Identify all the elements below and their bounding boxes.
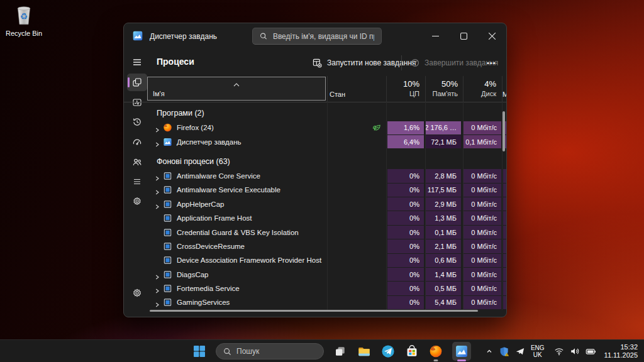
process-row[interactable]: Fortemedia Service0%0,5 МБ0 Мбіт/с xyxy=(124,282,506,295)
disk-total-percent: 4% xyxy=(463,79,496,89)
vertical-scrollbar[interactable] xyxy=(502,111,505,151)
tray-time: 15:32 xyxy=(604,343,638,351)
taskbar-search-placeholder: Пошук xyxy=(236,347,259,356)
active-indicator xyxy=(457,359,466,361)
generic-icon xyxy=(163,228,172,237)
network-cell-partial xyxy=(503,211,506,224)
process-row[interactable]: CrossDeviceResume0%2,1 МБ0 Мбіт/с xyxy=(124,239,506,253)
cpu-cell: 0% xyxy=(387,169,424,182)
telegram-icon[interactable] xyxy=(380,340,396,362)
firefox-icon[interactable] xyxy=(428,340,443,362)
running-indicator xyxy=(434,359,438,361)
expand-chevron-icon[interactable] xyxy=(154,173,160,179)
cpu-label: ЦП xyxy=(386,89,419,98)
minimize-button[interactable] xyxy=(421,23,450,48)
disk-cell: 0 Мбіт/с xyxy=(464,169,501,182)
column-header-name[interactable]: Ім'я xyxy=(147,77,326,101)
recycle-bin-label: Recycle Bin xyxy=(4,30,44,37)
file-explorer-icon[interactable] xyxy=(357,340,372,362)
language-indicator[interactable]: ENG UK xyxy=(531,344,545,358)
search-icon xyxy=(223,348,231,356)
process-row[interactable]: Device Association Framework Provider Ho… xyxy=(124,253,506,267)
process-group-header[interactable]: Програми (2) xyxy=(124,106,506,121)
process-row[interactable]: Antimalware Core Service0%2,8 МБ0 Мбіт/с xyxy=(124,169,506,183)
task-view-icon[interactable] xyxy=(333,340,348,362)
memory-cell: 5,4 МБ xyxy=(426,296,461,309)
expand-chevron-icon[interactable] xyxy=(154,272,160,278)
generic-icon xyxy=(163,298,172,307)
disk-cell: 0 Мбіт/с xyxy=(464,211,501,224)
more-options-button[interactable]: ••• xyxy=(483,54,500,72)
process-row[interactable]: GamingServices0%5,4 МБ0 Мбіт/с xyxy=(124,295,506,309)
expand-chevron-icon[interactable] xyxy=(154,187,160,193)
generic-icon xyxy=(163,270,172,279)
cpu-cell: 0% xyxy=(387,296,424,309)
column-header-cpu[interactable]: 10% ЦП xyxy=(386,79,419,98)
firefox-icon xyxy=(163,123,172,133)
expand-chevron-icon[interactable] xyxy=(154,299,160,305)
svg-text:♻: ♻ xyxy=(20,12,28,21)
expand-chevron-icon[interactable] xyxy=(154,285,160,292)
column-header-row: Ім'я Стан 10% ЦП 50% Пам'ять 4% Диск М xyxy=(124,76,506,102)
column-header-disk[interactable]: 4% Диск xyxy=(463,79,496,98)
cpu-total-percent: 10% xyxy=(386,79,419,89)
expand-chevron-icon[interactable] xyxy=(154,201,160,207)
column-name-label: Ім'я xyxy=(153,90,165,97)
recycle-bin-glyph: ♻ xyxy=(13,4,35,26)
disk-cell: 0 Мбіт/с xyxy=(464,268,501,281)
generic-icon xyxy=(163,199,172,209)
process-row[interactable]: Antimalware Service Executable0%117,5 МБ… xyxy=(124,183,506,197)
process-name: CrossDeviceResume xyxy=(177,243,245,250)
wifi-icon[interactable] xyxy=(554,346,564,356)
task-manager-logo-icon xyxy=(132,30,143,41)
column-header-status[interactable]: Стан xyxy=(330,90,345,98)
process-row[interactable]: AppHelperCap0%2,9 МБ0 Мбіт/с xyxy=(124,197,506,211)
disk-cell: 0,1 Мбіт/с xyxy=(464,135,501,148)
cpu-cell: 0% xyxy=(387,197,424,211)
menu-icon[interactable] xyxy=(127,53,147,71)
close-button[interactable] xyxy=(478,23,506,48)
taskbar-search-input[interactable]: Пошук xyxy=(216,343,324,359)
disk-cell: 0 Мбіт/с xyxy=(464,239,501,253)
network-cell-partial xyxy=(503,226,506,239)
memory-cell: 1,3 МБ xyxy=(426,211,461,224)
tray-telegram-icon[interactable] xyxy=(515,346,525,356)
horizontal-scrollbar[interactable] xyxy=(150,310,478,312)
maximize-button[interactable] xyxy=(450,23,478,48)
process-row[interactable]: Диспетчер завдань6,4%72,1 МБ0,1 Мбіт/с xyxy=(124,134,506,148)
task-manager-icon[interactable] xyxy=(452,342,471,361)
column-header-memory[interactable]: 50% Пам'ять xyxy=(425,79,458,98)
more-options-icon: ••• xyxy=(487,59,496,67)
memory-cell: 0,6 МБ xyxy=(426,254,461,267)
network-cell-partial xyxy=(503,169,506,182)
process-row[interactable]: DiagsCap0%1,4 МБ0 Мбіт/с xyxy=(124,268,506,282)
memory-cell: 2,8 МБ xyxy=(426,169,461,182)
taskmgr-icon xyxy=(163,137,172,146)
memory-cell: 2,9 МБ xyxy=(426,197,461,211)
tray-chevron-up-icon[interactable] xyxy=(486,348,493,355)
disk-cell: 0 Мбіт/с xyxy=(464,282,501,295)
expand-chevron-icon[interactable] xyxy=(154,139,160,145)
memory-cell: 1,4 МБ xyxy=(426,268,461,281)
network-cell-partial xyxy=(503,197,506,211)
run-new-task-button[interactable]: Запустити нове завдання xyxy=(309,54,419,72)
titlebar-search-input[interactable]: Введіть ім'я, видавця чи ID пр... xyxy=(252,28,382,45)
process-row[interactable]: Firefox (24)1,6%2 176,6 …0 Мбіт/с xyxy=(124,121,506,134)
security-shield-icon[interactable] xyxy=(499,346,509,357)
clock[interactable]: 15:32 11.11.2025 xyxy=(604,343,638,359)
recycle-bin-icon[interactable]: ♻ Recycle Bin xyxy=(4,4,44,37)
cpu-cell: 0% xyxy=(387,226,424,239)
process-name: Credential Guard & VBS Key Isolation xyxy=(177,229,299,236)
process-row[interactable]: Application Frame Host0%1,3 МБ0 Мбіт/с xyxy=(124,211,506,225)
column-header-network-partial[interactable]: М xyxy=(502,90,507,98)
process-group-header[interactable]: Фонові процеси (63) xyxy=(124,154,506,169)
disk-cell: 0 Мбіт/с xyxy=(464,226,501,239)
start-icon[interactable] xyxy=(192,340,207,362)
battery-icon[interactable] xyxy=(586,346,596,357)
microsoft-store-icon[interactable] xyxy=(404,340,419,362)
process-row[interactable]: Credential Guard & VBS Key Isolation0%0,… xyxy=(124,225,506,239)
title-bar[interactable]: Диспетчер завдань Введіть ім'я, видавця … xyxy=(124,23,506,48)
cpu-cell: 1,6% xyxy=(387,121,424,134)
expand-chevron-icon[interactable] xyxy=(154,124,160,131)
volume-icon[interactable] xyxy=(570,346,580,356)
